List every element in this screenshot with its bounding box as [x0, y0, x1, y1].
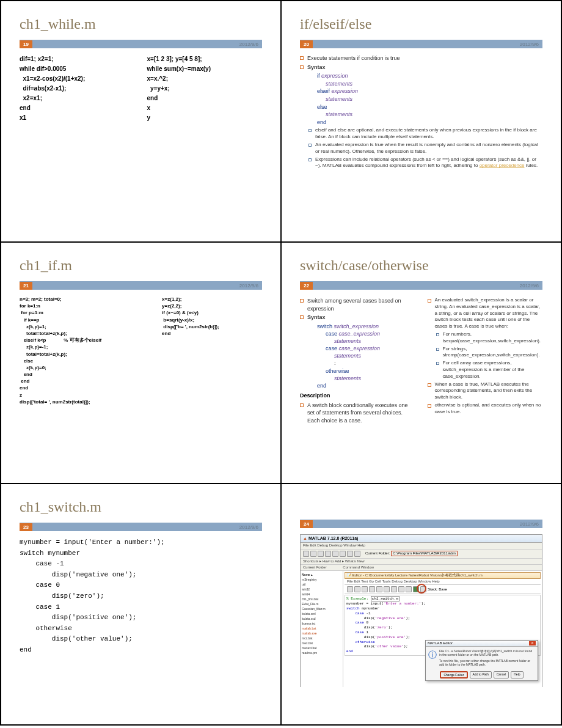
slide-title: if/elseif/else [300, 16, 542, 32]
add-to-path-button[interactable]: Add to Path [470, 671, 492, 678]
find-icon[interactable] [391, 586, 397, 592]
page-badge: 19 [20, 40, 32, 48]
page-badge: 23 [20, 523, 32, 531]
copy-icon[interactable] [369, 586, 375, 592]
slide-date: 2012/9/6 [239, 283, 258, 289]
editor-toolbar[interactable]: Stack: Base [345, 585, 541, 594]
header-bar: 22 2012/9/6 [300, 281, 542, 290]
body-panels: Name ▴ m3iregistry util win32 win64 ch1_… [301, 571, 542, 687]
code-right: x=z(1,2); y=z(2,2); if (x~=0) & (x<y) b=… [162, 296, 262, 405]
header-bar: 24 2012/9/6 [300, 520, 542, 528]
editor-title: 📝 Editor - C:\Documents\My Lecture Notes… [345, 572, 541, 579]
copy-icon[interactable] [325, 551, 331, 557]
help-icon[interactable] [354, 551, 360, 557]
code-left: dif=1; x2=1; while dif>0.0005 x1=x2-cos(… [20, 54, 135, 123]
open-icon[interactable] [310, 551, 316, 557]
slide-date: 2012/9/6 [520, 42, 539, 47]
bullet-icon [436, 333, 439, 336]
slide-24: 24 2012/9/6 ▲ MATLAB 7.12.0 (R2011a) Fil… [281, 483, 561, 725]
help-button[interactable]: Help [511, 671, 523, 678]
syntax-block: switch switch_expression case case_expre… [300, 323, 415, 389]
header-bar: 19 2012/9/6 [20, 40, 262, 48]
bullet-icon [428, 404, 431, 408]
left-col: Switch among several cases based on expr… [300, 296, 415, 425]
step-icon[interactable] [406, 586, 412, 592]
panel-tabs: Current Folder Command Window [301, 565, 542, 571]
window-title: ▲ MATLAB 7.12.0 (R2011a) [301, 535, 542, 543]
undo-icon[interactable] [340, 551, 346, 557]
slide-title: ch1_switch.m [20, 499, 262, 515]
print-icon[interactable] [384, 586, 390, 592]
redo-icon[interactable] [347, 551, 353, 557]
link-operator-precedence[interactable]: operator precedence [480, 163, 525, 168]
slide-19: ch1_while.m 19 2012/9/6 dif=1; x2=1; whi… [1, 1, 281, 242]
dialog-title-bar: MATLAB Editor ✕ [426, 641, 538, 647]
code-block: mynumber = input('Enter a number:'); swi… [20, 537, 262, 656]
header-bar: 20 2012/9/6 [300, 40, 542, 48]
breakpoint-icon[interactable] [398, 586, 404, 592]
content-columns: n=3; m=2; total=0; for k=1:n for p=1:m i… [20, 296, 262, 405]
bullet-icon [308, 158, 312, 161]
bullet-icon [436, 348, 439, 351]
header-bar: 21 2012/9/6 [20, 281, 262, 290]
page-badge: 21 [20, 282, 32, 290]
paste-icon[interactable] [332, 551, 338, 557]
save-icon[interactable] [354, 586, 360, 592]
bullet-icon [436, 362, 439, 365]
change-folder-button[interactable]: Change Folder [440, 671, 467, 678]
right-col: An evaluated switch_expression is a scal… [428, 296, 543, 425]
current-folder-panel[interactable]: Name ▴ m3iregistry util win32 win64 ch1_… [301, 571, 343, 687]
slide-title: switch/case/otherwise [300, 257, 542, 274]
bullet-icon [300, 315, 304, 319]
page-badge: 24 [300, 520, 313, 528]
new-icon[interactable] [303, 551, 309, 557]
slide-date: 2012/9/6 [239, 42, 258, 47]
shortcuts-bar[interactable]: Shortcuts ▸ How to Add ▸ What's New [301, 559, 542, 565]
dialog-matlab-editor: MATLAB Editor ✕ ⓘ File C:\...e Notes\Rob… [425, 640, 538, 681]
syntax-block: if expression statements elseif expressi… [300, 72, 542, 126]
close-icon[interactable]: ✕ [529, 641, 536, 645]
dialog-body: ⓘ File C:\...e Notes\Robot Vision\参考程式碼\… [426, 647, 538, 669]
cut-icon[interactable] [318, 551, 324, 557]
slide-date: 2012/9/6 [239, 524, 258, 530]
current-folder-path[interactable]: C:\Program Files\MATLAB\R2011a\bin [391, 551, 458, 556]
bullet-icon [300, 56, 304, 60]
bullet-icon [308, 129, 312, 132]
slide-23: ch1_switch.m 23 2012/9/6 mynumber = inpu… [1, 483, 281, 725]
menu-bar[interactable]: File Edit Debug Desktop Window Help [301, 543, 542, 549]
slide-date: 2012/9/6 [520, 283, 539, 289]
cut-icon[interactable] [362, 586, 368, 592]
bullet-icon [300, 65, 304, 69]
content-columns: dif=1; x2=1; while dif>0.0005 x1=x2-cos(… [20, 54, 262, 123]
slide-20: if/elseif/else 20 2012/9/6 Execute state… [281, 1, 561, 242]
page-badge: 20 [300, 40, 313, 48]
code-left: n=3; m=2; total=0; for k=1:n for p=1:m i… [20, 296, 150, 405]
toolbar[interactable]: Current Folder: C:\Program Files\MATLAB\… [301, 550, 542, 559]
bullet-icon [428, 299, 431, 303]
dialog-buttons: Change Folder Add to Path Cancel Help [426, 669, 538, 680]
bullet-icon [428, 383, 431, 387]
slide-date: 2012/9/6 [520, 521, 539, 527]
slide-grid: ch1_while.m 19 2012/9/6 dif=1; x2=1; whi… [0, 0, 562, 726]
paste-icon[interactable] [376, 586, 382, 592]
header-bar: 23 2012/9/6 [20, 523, 262, 531]
main-panel: 📝 Editor - C:\Documents\My Lecture Notes… [343, 571, 542, 687]
cancel-button[interactable]: Cancel [494, 671, 509, 678]
slide-21: ch1_if.m 21 2012/9/6 n=3; m=2; total=0; … [1, 242, 281, 483]
slide-title: ch1_while.m [20, 16, 262, 32]
page-badge: 22 [300, 282, 313, 290]
info-icon: ⓘ [428, 649, 437, 667]
bullet-icon [300, 403, 304, 407]
content-columns: Switch among several cases based on expr… [300, 296, 542, 425]
content: Execute statements if condition is true … [300, 54, 542, 169]
editor-menu[interactable]: File Edit Text Go Cell Tools Debug Deskt… [345, 579, 541, 585]
new-icon[interactable] [347, 586, 353, 592]
slide-title: ch1_if.m [20, 257, 262, 274]
bullet-icon [308, 144, 312, 147]
bullet-icon [300, 299, 304, 303]
slide-22: switch/case/otherwise 22 2012/9/6 Switch… [281, 242, 561, 483]
code-right: x=[1 2 3]; y=[4 5 8]; while sum(x)~=max(… [147, 54, 263, 123]
matlab-screenshot: ▲ MATLAB 7.12.0 (R2011a) File Edit Debug… [300, 534, 542, 687]
